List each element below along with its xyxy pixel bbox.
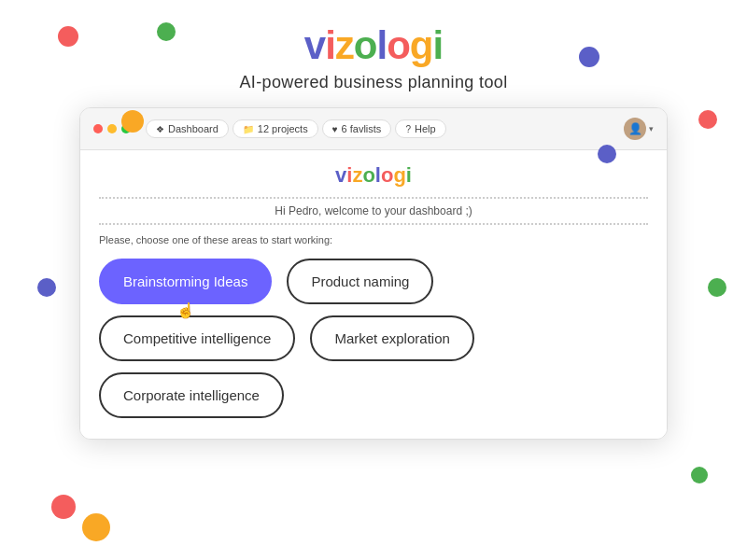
decorative-dot-d8 [51, 495, 76, 519]
inner-logo: vizologi [99, 163, 648, 188]
browser-content: vizologi Hi Pedro, welcome to your dashb… [80, 150, 667, 439]
decorative-dot-d10 [691, 467, 708, 483]
decorative-dot-d9 [82, 513, 110, 541]
decorative-dot-d11 [598, 145, 616, 163]
welcome-text: Hi Pedro, welcome to your dashboard ;) [99, 204, 648, 217]
option-market-exploration[interactable]: Market exploration [310, 315, 473, 361]
close-button[interactable] [93, 124, 103, 133]
divider-bottom [99, 223, 648, 225]
decorative-dot-d3 [121, 110, 144, 133]
decorative-dot-d5 [698, 110, 717, 129]
tab-dashboard[interactable]: ❖ Dashboard [146, 119, 229, 138]
decorative-dot-d7 [708, 278, 726, 297]
option-corporate-intelligence[interactable]: Corporate intelligence [99, 372, 284, 418]
avatar[interactable]: 👤 [624, 118, 646, 140]
heart-icon: ♥ [332, 124, 338, 134]
option-brainstorming[interactable]: Brainstorming Ideas [99, 259, 272, 304]
decorative-dot-d6 [37, 278, 56, 297]
tagline: AI-powered business planning tool [0, 73, 747, 92]
option-product-naming[interactable]: Product naming [287, 259, 433, 304]
inner-logo-text: vizologi [335, 163, 412, 187]
browser-toolbar: ❖ Dashboard 📁 12 projects ♥ 6 favlists ?… [80, 108, 667, 150]
help-icon: ? [405, 124, 411, 134]
options-grid: Brainstorming Ideas Product naming Compe… [99, 259, 648, 418]
options-row-3: Corporate intelligence [99, 372, 648, 418]
options-row-2: Competitive intelligence Market explorat… [99, 315, 648, 361]
minimize-button[interactable] [107, 124, 117, 133]
avatar-chevron-icon: ▾ [649, 124, 654, 133]
choose-label: Please, choose one of these areas to sta… [99, 234, 648, 245]
folder-icon: 📁 [243, 124, 254, 134]
header: vizologi AI-powered business planning to… [0, 0, 747, 92]
tab-help[interactable]: ? Help [395, 119, 445, 138]
browser-window: ❖ Dashboard 📁 12 projects ♥ 6 favlists ?… [79, 107, 668, 440]
tab-projects[interactable]: 📁 12 projects [233, 119, 318, 138]
option-competitive-intelligence[interactable]: Competitive intelligence [99, 315, 295, 361]
dashboard-icon: ❖ [156, 124, 164, 134]
options-row-1: Brainstorming Ideas Product naming [99, 259, 648, 304]
nav-tabs: ❖ Dashboard 📁 12 projects ♥ 6 favlists ?… [146, 119, 614, 138]
tab-favlists[interactable]: ♥ 6 favlists [322, 119, 392, 138]
divider-top [99, 197, 648, 199]
main-logo: vizologi [0, 26, 747, 65]
